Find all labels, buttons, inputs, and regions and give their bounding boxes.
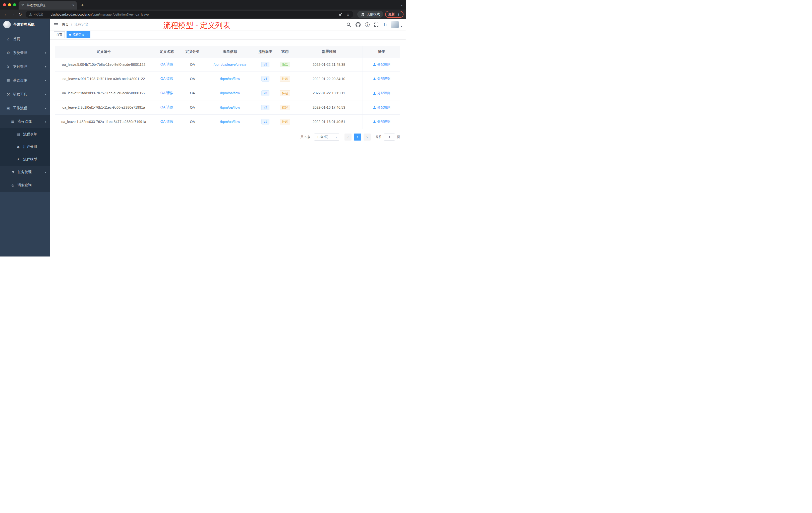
help-icon[interactable]: ? xyxy=(365,22,370,27)
tags-view-bar: 首页 流程定义 × xyxy=(50,30,406,39)
sidebar-item-label: 任务管理 xyxy=(18,170,32,175)
sidebar-item-task-management[interactable]: ⚑ 任务管理 ▾ xyxy=(0,165,50,179)
assign-rule-button[interactable]: 分配规则 xyxy=(373,62,390,67)
actions-cell: 分配规则 xyxy=(362,58,400,71)
incognito-icon xyxy=(360,12,365,16)
menu-kebab-icon[interactable]: ⋮ xyxy=(397,12,401,16)
assign-rule-button[interactable]: 分配规则 xyxy=(373,105,390,110)
tag-home[interactable]: 首页 xyxy=(54,31,65,38)
tag-process-definition[interactable]: 流程定义 × xyxy=(66,31,90,38)
prev-page-button[interactable]: ‹ xyxy=(345,133,351,141)
sidebar-item-home[interactable]: ⌂ 首页 xyxy=(0,32,50,46)
person-icon xyxy=(373,120,376,123)
sidebar-item-system[interactable]: ⚙ 系统管理 ▾ xyxy=(0,46,50,60)
new-tab-button[interactable]: + xyxy=(79,2,86,9)
browser-update-button[interactable]: 更新 ⋮ xyxy=(385,11,404,18)
col-definition-name: 定义名称 xyxy=(153,46,181,57)
form-info-link[interactable]: /bpm/oa/flow xyxy=(204,115,256,129)
page-size-select[interactable]: 10条/页 ▾ xyxy=(314,133,339,141)
total-count: 共 5 条 xyxy=(300,135,311,139)
page-content: 定义编号 定义名称 定义分类 表单信息 流程版本 状态 部署时间 操作 oa_l… xyxy=(50,39,406,256)
close-window-button[interactable] xyxy=(3,3,6,6)
tag-close-icon[interactable]: × xyxy=(86,33,88,36)
reload-button[interactable]: ↻ xyxy=(17,11,24,18)
next-page-button[interactable]: › xyxy=(364,133,371,141)
col-deploy-time: 部署时间 xyxy=(295,46,362,57)
navbar-actions: ? TT ▾ xyxy=(347,21,402,28)
table-row: oa_leave:5:004b710b-7b8a-11ec-8ef0-acde4… xyxy=(55,58,400,72)
definition-name-link[interactable]: OA 请假 xyxy=(153,100,181,115)
form-info-link[interactable]: /bpm/oa/leave/create xyxy=(204,58,256,71)
chevron-down-icon[interactable]: ▾ xyxy=(401,25,402,28)
sidebar-item-process-models[interactable]: ✈ 流程模型 xyxy=(0,153,50,165)
version-tag: v2 xyxy=(261,105,270,111)
definition-name-link[interactable]: OA 请假 xyxy=(153,58,181,71)
definition-id: oa_leave:2:3c1f0ef1-76b1-11ec-9c66-a2380… xyxy=(55,100,153,115)
sidebar-toggle-icon[interactable] xyxy=(54,23,58,27)
person-icon xyxy=(373,92,376,95)
logo-avatar xyxy=(3,21,11,28)
forward-button[interactable]: → xyxy=(9,11,17,18)
sidebar-item-devtools[interactable]: ⚒ 研发工具 ▾ xyxy=(0,87,50,101)
definition-category: OA xyxy=(181,86,204,100)
address-bar[interactable]: ⚠ 不安全 dashboard.yudao.iocoder.cn/bpm/man… xyxy=(26,11,353,18)
url-text[interactable]: dashboard.yudao.iocoder.cn/bpm/manager/d… xyxy=(51,12,149,16)
form-info-link[interactable]: /bpm/oa/flow xyxy=(204,100,256,115)
bookmark-star-icon[interactable]: ☆ xyxy=(346,12,350,17)
page-unit-label: 页 xyxy=(397,135,400,139)
col-definition-id: 定义编号 xyxy=(55,46,153,57)
definition-name-link[interactable]: OA 请假 xyxy=(153,115,181,129)
fullscreen-icon[interactable] xyxy=(374,23,378,27)
sidebar-item-label: 系统管理 xyxy=(13,51,27,55)
definition-id: oa_leave:5:004b710b-7b8a-11ec-8ef0-acde4… xyxy=(55,58,153,71)
status-cell: 挂起 xyxy=(275,72,295,86)
actions-cell: 分配规则 xyxy=(362,115,400,129)
search-icon[interactable] xyxy=(347,22,351,27)
sidebar-item-user-groups[interactable]: ☻ 用户分组 xyxy=(0,141,50,153)
warning-icon: ⚠ xyxy=(29,12,32,16)
version-tag: v1 xyxy=(261,119,270,125)
breadcrumb-home[interactable]: 首页 xyxy=(62,22,69,27)
browser-tab[interactable]: 芋道管理系统 × xyxy=(19,1,77,9)
sidebar-item-process-management[interactable]: ☰ 流程管理 ▴ xyxy=(0,115,50,128)
font-size-icon[interactable]: TT xyxy=(383,22,387,27)
definition-name-link[interactable]: OA 请假 xyxy=(153,72,181,86)
definition-name-link[interactable]: OA 请假 xyxy=(153,86,181,100)
goto-page-input[interactable] xyxy=(384,133,395,141)
gear-icon: ⚙ xyxy=(5,51,11,55)
table-row: oa_leave:4:991f2193-7b7f-11ec-a3c8-acde4… xyxy=(55,72,400,86)
maximize-window-button[interactable] xyxy=(13,3,16,6)
sidebar-item-label: 流程管理 xyxy=(18,119,32,124)
page-number-button[interactable]: 1 xyxy=(354,133,361,141)
tag-label: 流程定义 xyxy=(72,33,85,37)
table-row: oa_leave:2:3c1f0ef1-76b1-11ec-9c66-a2380… xyxy=(55,100,400,115)
tab-search-chevron-icon[interactable]: ▾ xyxy=(401,4,403,7)
github-icon[interactable] xyxy=(355,22,360,27)
actions-cell: 分配规则 xyxy=(362,86,400,100)
security-label[interactable]: 不安全 xyxy=(34,12,44,17)
assign-rule-button[interactable]: 分配规则 xyxy=(373,119,390,124)
assign-rule-button[interactable]: 分配规则 xyxy=(373,91,390,95)
table-row: oa_leave:1:482ec033-762a-11ec-8477-a2380… xyxy=(55,115,400,129)
sidebar-item-infra[interactable]: ▦ 基础设施 ▾ xyxy=(0,73,50,87)
tab-close-icon[interactable]: × xyxy=(72,3,74,7)
sidebar-item-workflow[interactable]: ▣ 工作流程 ▴ xyxy=(0,101,50,115)
sidebar-item-label: 研发工具 xyxy=(13,92,27,97)
chevron-down-icon: ▾ xyxy=(45,52,46,54)
back-button[interactable]: ← xyxy=(2,11,9,18)
list-icon: ☰ xyxy=(10,119,16,124)
sidebar-logo[interactable]: 芋道管理系统 xyxy=(0,19,50,30)
deploy-time: 2022-01-16 01:40:51 xyxy=(295,115,362,129)
sidebar-item-payment[interactable]: ¥ 支付管理 ▾ xyxy=(0,60,50,73)
key-icon[interactable] xyxy=(339,12,343,16)
assign-rule-button[interactable]: 分配规则 xyxy=(373,77,390,81)
minimize-window-button[interactable] xyxy=(8,3,11,6)
sidebar-item-leave-query[interactable]: ☺ 请假查询 xyxy=(0,179,50,192)
user-avatar[interactable] xyxy=(391,21,399,28)
person-icon: ☺ xyxy=(10,183,16,187)
form-info-link[interactable]: /bpm/oa/flow xyxy=(204,72,256,86)
definition-category: OA xyxy=(181,72,204,86)
form-info-link[interactable]: /bpm/oa/flow xyxy=(204,86,256,100)
form-icon: ▤ xyxy=(16,132,21,137)
sidebar-item-process-forms[interactable]: ▤ 流程表单 xyxy=(0,128,50,141)
